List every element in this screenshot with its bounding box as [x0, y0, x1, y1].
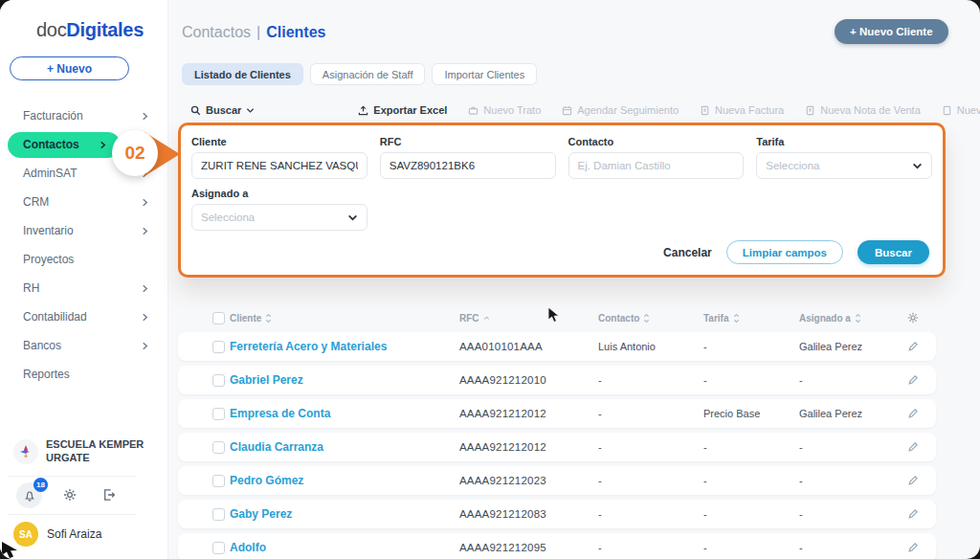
sort-asc-icon — [483, 315, 490, 322]
cliente-input[interactable] — [191, 152, 368, 179]
sidebar-item-reportes[interactable]: Reportes — [0, 360, 168, 389]
client-link[interactable]: Empresa de Conta — [230, 407, 459, 420]
asignado-select[interactable]: Selecciona — [191, 204, 368, 231]
client-link[interactable]: Adolfo — [230, 541, 459, 554]
sidebar-item-contactos[interactable]: Contactos — [8, 132, 121, 158]
client-link[interactable]: Gaby Perez — [230, 507, 459, 521]
contacto-input[interactable] — [568, 152, 745, 179]
select-all-checkbox[interactable] — [212, 312, 225, 324]
sidebar-item-facturacion[interactable]: Facturación — [0, 101, 168, 130]
search-button[interactable]: Buscar — [858, 240, 929, 264]
edit-row-button[interactable] — [907, 341, 936, 352]
rfc-cell: AAAA921212012 — [459, 408, 598, 419]
divider — [8, 476, 136, 477]
contacto-cell: - — [598, 441, 703, 453]
workspace-selector[interactable]: ESCUELA KEMPER URGATE — [13, 438, 144, 465]
rfc-input[interactable] — [380, 152, 556, 179]
cancel-button[interactable]: Cancelar — [663, 246, 712, 259]
search-toggle[interactable]: Buscar — [190, 104, 255, 116]
new-sale-note-label: Nueva Nota de Venta — [820, 104, 921, 116]
sidebar-item-proyectos[interactable]: Proyectos — [0, 245, 168, 274]
tab-listado-de-clientes[interactable]: Listado de Clientes — [182, 63, 303, 85]
new-invoice-button[interactable]: Nueva Factura — [700, 104, 784, 116]
row-checkbox[interactable] — [212, 341, 225, 353]
edit-row-button[interactable] — [907, 441, 936, 453]
contacto-cell: - — [598, 374, 703, 386]
sidebar-item-inventario[interactable]: Inventario — [0, 216, 168, 245]
new-quote-button[interactable]: Nueva Cotización — [942, 104, 980, 116]
schedule-followup-button[interactable]: Agendar Seguimiento — [562, 104, 679, 116]
new-quote-label: Nueva Cotización — [957, 104, 980, 116]
column-label: RFC — [459, 313, 479, 324]
workspace-name-line1: ESCUELA KEMPER — [46, 438, 144, 450]
edit-row-button[interactable] — [907, 374, 936, 386]
pencil-icon — [907, 508, 919, 520]
sidebar: docDigitales + Nuevo Facturación Contact… — [0, 0, 168, 559]
asignado-label: Asignado a — [191, 188, 368, 199]
sidebar-item-contabilidad[interactable]: Contabilidad — [0, 302, 168, 331]
tarifa-label: Tarifa — [756, 136, 932, 147]
sidebar-item-crm[interactable]: CRM — [0, 188, 168, 216]
workspace-name-line2: URGATE — [46, 452, 90, 463]
row-checkbox[interactable] — [212, 374, 225, 387]
filter-actions: Cancelar Limpiar campos Buscar — [663, 240, 929, 264]
tarifa-select[interactable]: Selecciona — [756, 152, 932, 179]
tarifa-cell: - — [703, 542, 799, 553]
column-header-cliente[interactable]: Cliente — [230, 313, 459, 324]
new-deal-button[interactable]: Nuevo Trato — [468, 104, 541, 116]
search-toggle-label: Buscar — [206, 104, 241, 116]
client-link[interactable]: Gabriel Perez — [230, 373, 459, 387]
sort-icon — [855, 313, 861, 324]
contacto-cell: - — [598, 542, 703, 553]
table-settings-button[interactable] — [907, 312, 936, 324]
table-row: Ferretería Acero y Materiales AAA010101A… — [178, 332, 936, 361]
row-checkbox[interactable] — [212, 542, 225, 554]
client-link[interactable]: Ferretería Acero y Materiales — [230, 340, 459, 353]
column-label: Contacto — [598, 313, 639, 324]
row-checkbox[interactable] — [212, 408, 225, 420]
workspace-logo — [13, 439, 38, 464]
chevron-right-icon — [141, 313, 149, 322]
new-client-button[interactable]: + Nuevo Cliente — [835, 19, 948, 44]
chevron-right-icon — [99, 141, 107, 149]
client-link[interactable]: Pedro Gómez — [230, 474, 459, 487]
pencil-icon — [907, 542, 919, 553]
row-checkbox[interactable] — [212, 508, 225, 521]
asignado-cell: - — [799, 508, 907, 520]
column-header-rfc[interactable]: RFC — [459, 313, 598, 324]
new-sale-note-button[interactable]: Nueva Nota de Venta — [805, 104, 921, 116]
sidebar-item-label: Proyectos — [23, 253, 74, 266]
breadcrumb: Contactos|Clientes — [182, 24, 325, 41]
rfc-cell: AAAA921212010 — [459, 374, 598, 386]
settings-button[interactable] — [63, 488, 77, 502]
sidebar-item-rh[interactable]: RH — [0, 274, 168, 302]
edit-row-button[interactable] — [907, 508, 936, 520]
row-checkbox[interactable] — [212, 475, 225, 487]
tab-asignacion-de-staff[interactable]: Asignación de Staff — [310, 63, 426, 85]
annotation-step-badge: 02 — [112, 130, 158, 176]
search-icon — [190, 105, 201, 116]
table-row: Gaby Perez AAAA921212083 - - - — [178, 500, 936, 528]
clear-fields-button[interactable]: Limpiar campos — [726, 240, 843, 264]
new-invoice-label: Nueva Factura — [715, 104, 784, 116]
row-checkbox[interactable] — [212, 441, 225, 454]
column-header-contacto[interactable]: Contacto — [598, 313, 703, 324]
gear-icon — [63, 488, 77, 502]
edit-row-button[interactable] — [907, 408, 936, 419]
rfc-cell: AAAA921212095 — [459, 542, 598, 553]
app-logo: docDigitales — [36, 19, 144, 41]
edit-row-button[interactable] — [907, 542, 936, 553]
column-header-asignado[interactable]: Asignado a — [799, 313, 907, 324]
sidebar-item-bancos[interactable]: Bancos — [0, 331, 168, 360]
field-asignado: Asignado a Selecciona — [191, 188, 368, 231]
edit-row-button[interactable] — [907, 475, 936, 486]
export-excel-button[interactable]: Exportar Excel — [358, 104, 447, 116]
logout-button[interactable] — [102, 488, 116, 502]
briefcase-icon — [468, 105, 479, 116]
rfc-cell: AAAA921212023 — [459, 475, 598, 486]
new-button[interactable]: + Nuevo — [10, 56, 129, 80]
tab-importar-clientes[interactable]: Importar Clientes — [432, 63, 537, 85]
client-link[interactable]: Claudia Carranza — [230, 440, 459, 454]
contacto-cell: Luis Antonio — [598, 341, 703, 352]
column-header-tarifa[interactable]: Tarifa — [703, 313, 799, 324]
